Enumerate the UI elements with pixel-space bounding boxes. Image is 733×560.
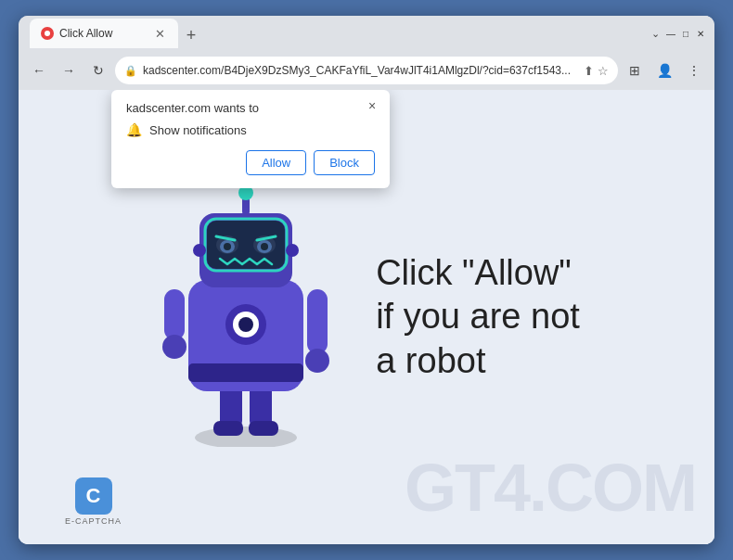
bookmark-icon[interactable]: ☆: [598, 64, 609, 78]
reload-button[interactable]: ↻: [85, 57, 111, 83]
popup-close-button[interactable]: ×: [364, 97, 380, 114]
svg-point-0: [195, 426, 297, 447]
address-bar: ← → ↻ 🔒 kadscenter.com/B4DjeX9DzSMy3_CAK…: [19, 51, 714, 90]
svg-point-19: [224, 243, 231, 250]
menu-button[interactable]: ⋮: [681, 57, 707, 83]
svg-rect-7: [213, 421, 243, 436]
svg-point-28: [286, 244, 299, 257]
maximize-button[interactable]: □: [679, 27, 692, 40]
back-button[interactable]: ←: [26, 57, 52, 83]
extensions-button[interactable]: ⊞: [622, 57, 648, 83]
new-tab-button[interactable]: +: [178, 22, 204, 48]
svg-rect-10: [188, 363, 303, 382]
profile-button[interactable]: 👤: [651, 57, 677, 83]
window-controls: ⌄ — □ ✕: [648, 26, 707, 41]
browser-window: Click Allow ✕ + ⌄ — □ ✕ ← → ↻ 🔒 kadscent…: [19, 16, 714, 544]
chevron-down-icon[interactable]: ⌄: [648, 26, 662, 41]
tab-close-button[interactable]: ✕: [153, 25, 167, 43]
page-content: × kadscenter.com wants to 🔔 Show notific…: [19, 90, 714, 544]
svg-point-23: [261, 243, 268, 250]
allow-button[interactable]: Allow: [246, 150, 306, 175]
page-background: × kadscenter.com wants to 🔔 Show notific…: [19, 90, 714, 544]
svg-rect-3: [307, 289, 328, 354]
title-bar: Click Allow ✕ + ⌄ — □ ✕: [19, 16, 714, 51]
svg-point-4: [305, 349, 329, 373]
url-text: kadscenter.com/B4DjeX9DzSMy3_CAKFaYfiL_V…: [143, 64, 578, 77]
popup-permission-row: 🔔 Show notifications: [126, 122, 375, 137]
main-text: Click "Allow" if you are not a robot: [376, 251, 580, 384]
share-icon[interactable]: ⬆: [584, 64, 594, 78]
close-window-button[interactable]: ✕: [694, 27, 707, 40]
main-text-line1: Click "Allow": [376, 251, 580, 296]
active-tab[interactable]: Click Allow ✕: [30, 19, 178, 48]
tab-title: Click Allow: [59, 27, 148, 40]
url-actions: ⬆ ☆: [584, 64, 609, 78]
svg-point-13: [238, 317, 253, 332]
lock-icon: 🔒: [124, 65, 137, 77]
permission-text: Show notifications: [149, 123, 247, 137]
tab-bar: Click Allow ✕ +: [26, 19, 644, 48]
svg-point-27: [193, 244, 206, 257]
popup-title: kadscenter.com wants to: [126, 101, 375, 115]
popup-buttons: Allow Block: [126, 150, 375, 175]
block-button[interactable]: Block: [314, 150, 375, 175]
main-text-line3: a robot: [376, 339, 580, 384]
url-bar[interactable]: 🔒 kadscenter.com/B4DjeX9DzSMy3_CAKFaYfiL…: [115, 57, 618, 84]
bell-icon: 🔔: [126, 122, 142, 137]
tab-favicon: [41, 27, 54, 40]
svg-rect-1: [164, 289, 185, 340]
svg-point-2: [162, 335, 186, 359]
minimize-button[interactable]: —: [664, 27, 677, 40]
notification-popup: × kadscenter.com wants to 🔔 Show notific…: [111, 90, 390, 188]
svg-rect-8: [249, 421, 278, 436]
main-text-line2: if you are not: [376, 295, 580, 339]
forward-button[interactable]: →: [56, 57, 82, 83]
robot-illustration: [153, 169, 357, 465]
